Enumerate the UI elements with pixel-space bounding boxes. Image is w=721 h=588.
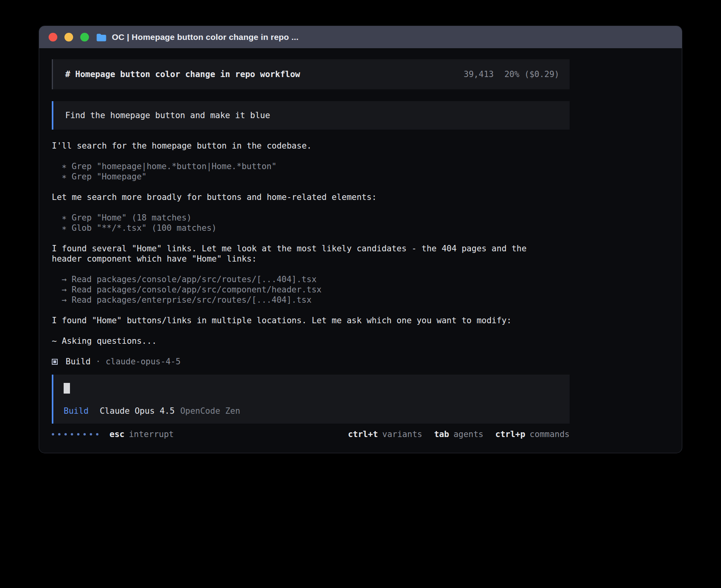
tool-call-grep: ∗ Grep "homepage|home.*button|Home.*butt… (52, 161, 546, 172)
user-message: Find the homepage button and make it blu… (52, 101, 570, 130)
agent-model: claude-opus-4-5 (106, 357, 181, 366)
shortcut-variants: ctrl+tvariants (348, 429, 422, 439)
terminal-window: OC | Homepage button color change in rep… (39, 26, 682, 453)
tool-call-grep: ∗ Grep "Homepage" (52, 172, 546, 182)
session-meta: 39,413 20% ($0.29) (464, 69, 559, 79)
shortcut-key: ctrl+p (495, 429, 525, 439)
tool-call-read: → Read packages/console/app/src/routes/[… (52, 274, 546, 285)
input-meta: Build Claude Opus 4.5 OpenCode Zen (64, 406, 559, 416)
shortcut-label: agents (453, 429, 483, 439)
folder-icon (96, 33, 107, 41)
window-title: OC | Homepage button color change in rep… (112, 32, 298, 42)
assistant-message: I'll search for the homepage button in t… (52, 141, 546, 151)
assistant-message: Let me search more broadly for buttons a… (52, 192, 546, 202)
status-message: ~ Asking questions... (52, 336, 546, 346)
shortcut-agents: tabagents (434, 429, 483, 439)
context-usage: 20% ($0.29) (504, 69, 559, 79)
agent-icon (52, 359, 58, 365)
shortcut-label: variants (382, 429, 422, 439)
model-indicator[interactable]: Claude Opus 4.5 (100, 406, 175, 416)
message-input[interactable]: Build Claude Opus 4.5 OpenCode Zen (52, 375, 570, 424)
title-group: OC | Homepage button color change in rep… (96, 32, 298, 42)
titlebar[interactable]: OC | Homepage button color change in rep… (39, 26, 682, 48)
interrupt-key: esc (109, 429, 125, 439)
terminal-content: # Homepage button color change in repo w… (39, 48, 682, 453)
interrupt-hint: escinterrupt (109, 429, 174, 439)
conversation: I'll search for the homepage button in t… (52, 141, 546, 367)
tool-call-grep: ∗ Grep "Home" (18 matches) (52, 213, 546, 223)
agent-label: Build · claude-opus-4-5 (66, 356, 181, 367)
agent-status-line: Build · claude-opus-4-5 (52, 356, 546, 367)
status-bar: escinterrupt ctrl+tvariants tabagents ct… (52, 429, 570, 439)
session-title: # Homepage button color change in repo w… (65, 69, 300, 79)
token-count: 39,413 (464, 69, 494, 79)
agent-name: Build (66, 357, 91, 366)
assistant-message: I found several "Home" links. Let me loo… (52, 243, 546, 264)
minimize-button[interactable] (64, 33, 73, 41)
tool-call-read: → Read packages/console/app/src/componen… (52, 285, 546, 295)
shortcut-key: ctrl+t (348, 429, 378, 439)
working-spinner (52, 433, 98, 435)
shortcut-commands: ctrl+pcommands (495, 429, 570, 439)
status-left: escinterrupt (52, 429, 174, 439)
text-cursor (64, 383, 70, 394)
assistant-message: I found "Home" buttons/links in multiple… (52, 315, 546, 326)
shortcut-label: commands (530, 429, 570, 439)
session-header: # Homepage button color change in repo w… (52, 59, 570, 89)
interrupt-label: interrupt (129, 429, 174, 439)
zoom-button[interactable] (80, 33, 89, 41)
tool-call-read: → Read packages/enterprise/src/routes/[.… (52, 295, 546, 305)
shortcut-key: tab (434, 429, 449, 439)
traffic-lights (49, 33, 89, 41)
provider-indicator: OpenCode Zen (180, 406, 240, 416)
mode-indicator[interactable]: Build (64, 406, 89, 416)
tool-call-glob: ∗ Glob "**/*.tsx" (100 matches) (52, 223, 546, 233)
close-button[interactable] (49, 33, 57, 41)
agent-separator: · (96, 357, 101, 366)
user-message-text: Find the homepage button and make it blu… (65, 110, 270, 121)
status-shortcuts: ctrl+tvariants tabagents ctrl+pcommands (348, 429, 570, 439)
